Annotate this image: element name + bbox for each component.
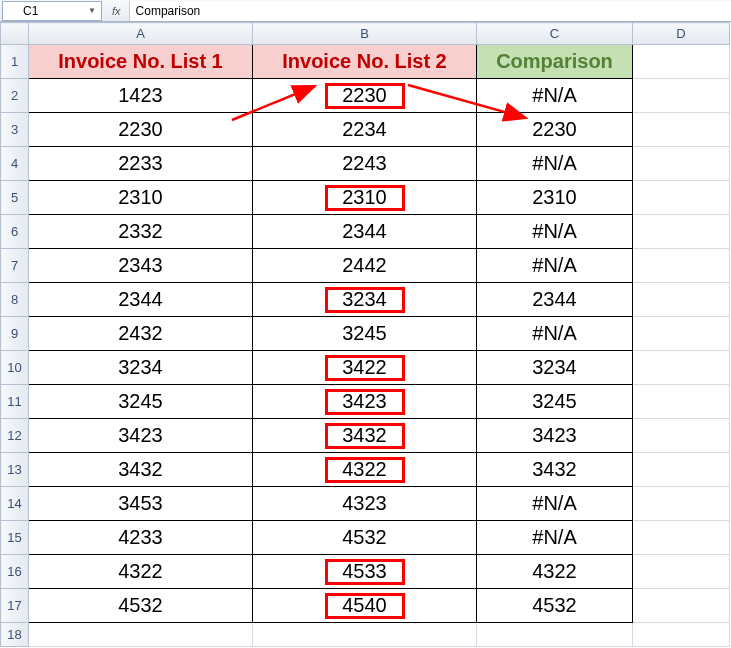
cell-D12[interactable] [633, 419, 730, 453]
cell-A13[interactable]: 3432 [29, 453, 253, 487]
cell-A2[interactable]: 1423 [29, 79, 253, 113]
cell-A17[interactable]: 4532 [29, 589, 253, 623]
cell-D11[interactable] [633, 385, 730, 419]
cell-C6[interactable]: #N/A [477, 215, 633, 249]
cell-D4[interactable] [633, 147, 730, 181]
cell-A4[interactable]: 2233 [29, 147, 253, 181]
cell-D17[interactable] [633, 589, 730, 623]
cell-A14[interactable]: 3453 [29, 487, 253, 521]
cell-B8[interactable]: 3234 [253, 283, 477, 317]
cell-B2[interactable]: 2230 [253, 79, 477, 113]
cell-C16[interactable]: 4322 [477, 555, 633, 589]
cell-A1[interactable]: Invoice No. List 1 [29, 45, 253, 79]
cell-B9[interactable]: 3245 [253, 317, 477, 351]
cell-C17[interactable]: 4532 [477, 589, 633, 623]
row-header-2[interactable]: 2 [1, 79, 29, 113]
cell-C11[interactable]: 3245 [477, 385, 633, 419]
cell-C8[interactable]: 2344 [477, 283, 633, 317]
cell-B17[interactable]: 4540 [253, 589, 477, 623]
col-header-B[interactable]: B [253, 23, 477, 45]
col-header-C[interactable]: C [477, 23, 633, 45]
cell-A5[interactable]: 2310 [29, 181, 253, 215]
cell-D8[interactable] [633, 283, 730, 317]
row-header-7[interactable]: 7 [1, 249, 29, 283]
row-header-9[interactable]: 9 [1, 317, 29, 351]
cell-D18[interactable] [633, 623, 730, 647]
row-header-4[interactable]: 4 [1, 147, 29, 181]
cell-C1[interactable]: Comparison [477, 45, 633, 79]
cell-D14[interactable] [633, 487, 730, 521]
cell-C4[interactable]: #N/A [477, 147, 633, 181]
cell-D16[interactable] [633, 555, 730, 589]
cell-C14[interactable]: #N/A [477, 487, 633, 521]
col-header-A[interactable]: A [29, 23, 253, 45]
cell-C18[interactable] [477, 623, 633, 647]
cell-B1[interactable]: Invoice No. List 2 [253, 45, 477, 79]
row-header-1[interactable]: 1 [1, 45, 29, 79]
cell-D13[interactable] [633, 453, 730, 487]
row-header-11[interactable]: 11 [1, 385, 29, 419]
fx-icon[interactable]: fx [112, 5, 121, 17]
row-header-16[interactable]: 16 [1, 555, 29, 589]
cell-B7[interactable]: 2442 [253, 249, 477, 283]
cell-B4[interactable]: 2243 [253, 147, 477, 181]
select-all-corner[interactable] [1, 23, 29, 45]
cell-C13[interactable]: 3432 [477, 453, 633, 487]
cell-A11[interactable]: 3245 [29, 385, 253, 419]
cell-B16[interactable]: 4533 [253, 555, 477, 589]
cell-A8[interactable]: 2344 [29, 283, 253, 317]
cell-D6[interactable] [633, 215, 730, 249]
cell-B5[interactable]: 2310 [253, 181, 477, 215]
cell-A12[interactable]: 3423 [29, 419, 253, 453]
cell-B18[interactable] [253, 623, 477, 647]
cell-C15[interactable]: #N/A [477, 521, 633, 555]
row-header-5[interactable]: 5 [1, 181, 29, 215]
spreadsheet-grid[interactable]: A B C D 1 Invoice No. List 1 Invoice No.… [0, 22, 730, 647]
col-header-D[interactable]: D [633, 23, 730, 45]
cell-C3[interactable]: 2230 [477, 113, 633, 147]
cell-D10[interactable] [633, 351, 730, 385]
cell-C7[interactable]: #N/A [477, 249, 633, 283]
cell-D15[interactable] [633, 521, 730, 555]
cell-C9[interactable]: #N/A [477, 317, 633, 351]
row-header-12[interactable]: 12 [1, 419, 29, 453]
cell-B14[interactable]: 4323 [253, 487, 477, 521]
cell-A7[interactable]: 2343 [29, 249, 253, 283]
cell-D3[interactable] [633, 113, 730, 147]
row-header-13[interactable]: 13 [1, 453, 29, 487]
cell-A10[interactable]: 3234 [29, 351, 253, 385]
row-header-6[interactable]: 6 [1, 215, 29, 249]
cell-B13[interactable]: 4322 [253, 453, 477, 487]
cell-C12[interactable]: 3423 [477, 419, 633, 453]
row-header-17[interactable]: 17 [1, 589, 29, 623]
cell-B15[interactable]: 4532 [253, 521, 477, 555]
cell-B10[interactable]: 3422 [253, 351, 477, 385]
row-header-15[interactable]: 15 [1, 521, 29, 555]
cell-D2[interactable] [633, 79, 730, 113]
cell-B6[interactable]: 2344 [253, 215, 477, 249]
cell-B11[interactable]: 3423 [253, 385, 477, 419]
cell-A16[interactable]: 4322 [29, 555, 253, 589]
row-header-8[interactable]: 8 [1, 283, 29, 317]
cell-D7[interactable] [633, 249, 730, 283]
cell-C10[interactable]: 3234 [477, 351, 633, 385]
row-header-18[interactable]: 18 [1, 623, 29, 647]
cell-A3[interactable]: 2230 [29, 113, 253, 147]
cell-B3[interactable]: 2234 [253, 113, 477, 147]
row-header-3[interactable]: 3 [1, 113, 29, 147]
cell-D9[interactable] [633, 317, 730, 351]
cell-A6[interactable]: 2332 [29, 215, 253, 249]
cell-A15[interactable]: 4233 [29, 521, 253, 555]
name-box[interactable]: C1 ▼ [2, 1, 102, 21]
cell-C2[interactable]: #N/A [477, 79, 633, 113]
formula-input[interactable]: Comparison [129, 1, 731, 21]
cell-A9[interactable]: 2432 [29, 317, 253, 351]
cell-D5[interactable] [633, 181, 730, 215]
cell-C5[interactable]: 2310 [477, 181, 633, 215]
cell-B12[interactable]: 3432 [253, 419, 477, 453]
name-box-dropdown-icon[interactable]: ▼ [85, 4, 99, 18]
row-header-14[interactable]: 14 [1, 487, 29, 521]
cell-A18[interactable] [29, 623, 253, 647]
cell-D1[interactable] [633, 45, 730, 79]
row-header-10[interactable]: 10 [1, 351, 29, 385]
